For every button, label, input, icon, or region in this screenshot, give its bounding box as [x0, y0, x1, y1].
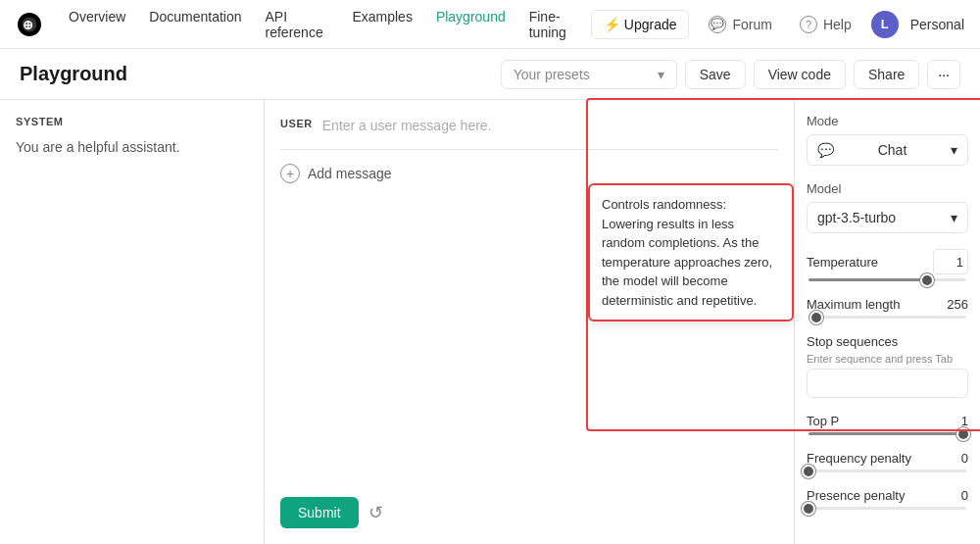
presence-penalty-value: 0 [961, 488, 968, 503]
model-chevron: ▾ [951, 210, 957, 225]
mode-chevron: ▾ [951, 142, 957, 158]
stop-sequences-label: Stop sequences [807, 334, 898, 349]
stop-sequences-hint: Enter sequence and press Tab [807, 353, 968, 365]
nav-links: Overview Documentation API reference Exa… [59, 3, 591, 46]
freq-penalty-slider[interactable] [807, 470, 968, 472]
max-length-section: Maximum length 256 [807, 297, 968, 319]
presence-penalty-row: Presence penalty 0 [807, 488, 968, 503]
top-p-label: Top P [807, 414, 839, 428]
user-message-placeholder: Enter a user message here. [322, 116, 778, 133]
presets-placeholder: Your presets [514, 67, 590, 82]
model-value: gpt-3.5-turbo [817, 210, 896, 225]
add-message-row[interactable]: + Add message [280, 164, 778, 183]
nav-examples[interactable]: Examples [342, 3, 421, 46]
openai-logo: ⊕ [16, 11, 43, 38]
right-area: Controls randomness: Lowering results in… [794, 100, 980, 544]
model-dropdown[interactable]: gpt-3.5-turbo ▾ [807, 202, 968, 233]
max-length-label: Maximum length [807, 297, 900, 312]
save-button[interactable]: Save [685, 60, 746, 89]
freq-penalty-row: Frequency penalty 0 [807, 451, 968, 466]
max-length-value: 256 [947, 297, 968, 312]
help-label: Help [823, 17, 852, 32]
model-label: Model [807, 181, 968, 196]
forum-label: Forum [732, 17, 771, 32]
nav-right: ⚡ Upgrade 💬 Forum ? Help L Personal [591, 10, 964, 39]
divider [280, 149, 778, 150]
header-buttons: Save View code Share ··· [685, 60, 960, 89]
mode-label: Mode [807, 114, 968, 128]
personal-label: Personal [910, 17, 964, 32]
more-button[interactable]: ··· [927, 60, 960, 89]
view-code-button[interactable]: View code [754, 60, 846, 89]
presence-penalty-slider[interactable] [807, 507, 968, 510]
nav-overview[interactable]: Overview [59, 3, 135, 46]
temperature-row: Temperature [807, 249, 968, 274]
chat-footer: Submit ↺ [280, 497, 778, 528]
model-section: Model gpt-3.5-turbo ▾ [807, 181, 968, 233]
page-header: Playground Your presets ▾ Save View code… [0, 49, 980, 100]
system-panel: SYSTEM You are a helpful assistant. [0, 100, 265, 544]
presets-chevron: ▾ [658, 67, 664, 82]
help-icon: ? [800, 16, 817, 33]
temperature-input[interactable] [933, 249, 968, 274]
history-icon[interactable]: ↺ [368, 502, 383, 523]
page-title: Playground [20, 63, 501, 85]
nav-api-reference[interactable]: API reference [256, 3, 339, 46]
freq-penalty-label: Frequency penalty [807, 451, 911, 466]
share-button[interactable]: Share [854, 60, 919, 89]
stop-sequences-section: Stop sequences Enter sequence and press … [807, 334, 968, 398]
mode-dropdown[interactable]: 💬 Chat ▾ [807, 134, 968, 166]
top-p-row: Top P 1 [807, 414, 968, 428]
max-length-row: Maximum length 256 [807, 297, 968, 312]
tooltip-popup: Controls randomness: Lowering results in… [588, 183, 794, 321]
mode-value: Chat [878, 142, 907, 158]
freq-penalty-value: 0 [961, 451, 968, 466]
submit-button[interactable]: Submit [280, 497, 359, 528]
top-p-slider[interactable] [807, 432, 968, 435]
main-layout: SYSTEM You are a helpful assistant. USER… [0, 100, 980, 544]
user-row: USER Enter a user message here. [280, 116, 778, 133]
system-label: SYSTEM [16, 116, 248, 127]
forum-button[interactable]: 💬 Forum [701, 12, 779, 37]
presets-dropdown[interactable]: Your presets ▾ [501, 60, 677, 89]
right-sidebar: Mode 💬 Chat ▾ Model gpt-3.5-turbo ▾ Temp… [794, 100, 980, 544]
stop-sequences-row: Stop sequences [807, 334, 968, 349]
upgrade-button[interactable]: ⚡ Upgrade [591, 10, 690, 39]
svg-text:⊕: ⊕ [23, 18, 33, 32]
nav-fine-tuning[interactable]: Fine-tuning [519, 3, 591, 46]
add-message-label: Add message [308, 166, 392, 181]
temperature-slider[interactable] [807, 278, 968, 281]
presence-penalty-label: Presence penalty [807, 488, 905, 503]
presence-penalty-section: Presence penalty 0 [807, 488, 968, 510]
system-text: You are a helpful assistant. [16, 137, 248, 158]
user-avatar[interactable]: L [871, 11, 899, 38]
help-button[interactable]: ? Help [792, 12, 859, 37]
nav-playground[interactable]: Playground [426, 3, 515, 46]
nav-documentation[interactable]: Documentation [139, 3, 251, 46]
top-p-section: Top P 1 [807, 414, 968, 435]
upgrade-icon: ⚡ [604, 17, 620, 32]
user-label: USER [280, 116, 313, 129]
upgrade-label: Upgrade [624, 17, 677, 32]
temperature-label: Temperature [807, 255, 878, 270]
add-message-icon: + [280, 164, 300, 183]
freq-penalty-section: Frequency penalty 0 [807, 451, 968, 472]
stop-sequences-input[interactable] [807, 369, 968, 398]
chat-panel: USER Enter a user message here. + Add me… [265, 100, 794, 544]
temperature-section: Temperature [807, 249, 968, 281]
mode-icon: 💬 [817, 142, 834, 158]
forum-icon: 💬 [709, 16, 726, 33]
max-length-slider[interactable] [807, 316, 968, 319]
mode-section: Mode 💬 Chat ▾ [807, 114, 968, 166]
tooltip-text: Controls randomness: Lowering results in… [602, 197, 772, 308]
top-nav: ⊕ Overview Documentation API reference E… [0, 0, 980, 49]
